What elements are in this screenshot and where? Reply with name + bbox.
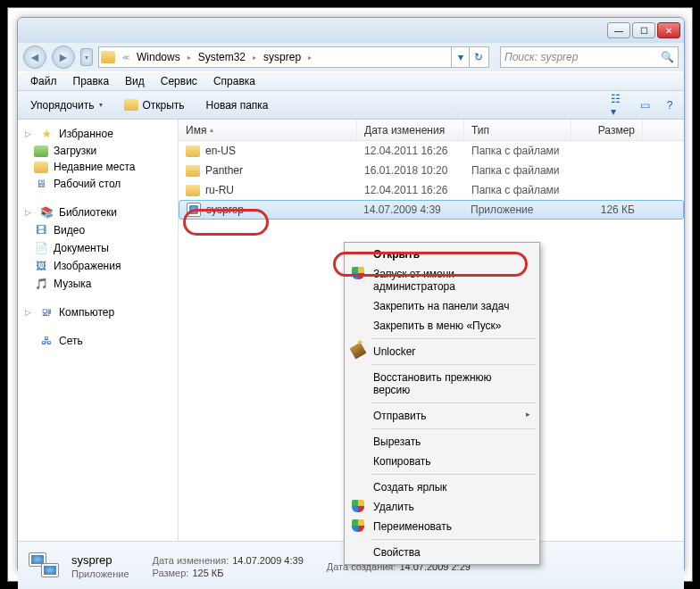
sidebar-video[interactable]: 🎞Видео xyxy=(18,221,178,239)
shield-icon xyxy=(352,267,364,279)
downloads-icon xyxy=(34,145,48,157)
toolbar: Упорядочить Открыть Новая папка ☷ ▾ ▭ ? xyxy=(18,91,684,120)
open-icon xyxy=(124,99,138,111)
sidebar-computer[interactable]: ▷🖳Компьютер xyxy=(18,303,178,321)
sidebar-music[interactable]: 🎵Музыка xyxy=(18,275,178,293)
crumb-sep[interactable]: ≪ xyxy=(119,54,133,62)
application-icon xyxy=(187,203,201,217)
outer-frame: — ☐ ✕ ◄ ► ▾ ≪ Windows ▸ System32 ▸ syspr… xyxy=(7,7,693,582)
organize-button[interactable]: Упорядочить xyxy=(23,96,110,114)
dropdown-icon[interactable]: ▾ xyxy=(451,47,469,67)
help-button[interactable]: ? xyxy=(661,96,679,114)
documents-icon: 📄 xyxy=(34,241,48,255)
crumb-sep[interactable]: ▸ xyxy=(304,54,315,62)
menu-edit[interactable]: Правка xyxy=(66,73,117,89)
ctx-shortcut[interactable]: Создать ярлык xyxy=(346,477,538,497)
ctx-copy[interactable]: Копировать xyxy=(346,452,538,471)
desktop-icon: 🖥 xyxy=(34,177,48,191)
refresh-button[interactable]: ↻ xyxy=(469,47,487,67)
details-type: Приложение xyxy=(71,568,129,579)
menu-help[interactable]: Справка xyxy=(206,73,262,89)
context-menu: Открыть Запуск от имени администратора З… xyxy=(344,242,540,565)
col-name[interactable]: Имя▴ xyxy=(179,120,357,140)
maximize-button[interactable]: ☐ xyxy=(632,22,655,38)
pictures-icon: 🖼 xyxy=(34,259,48,273)
back-button[interactable]: ◄ xyxy=(23,46,46,69)
file-row-folder[interactable]: en-US 12.04.2011 16:26 Папка с файлами xyxy=(179,141,684,161)
ctx-rename[interactable]: Переименовать xyxy=(346,517,538,536)
details-icon xyxy=(27,549,62,585)
menu-view[interactable]: Вид xyxy=(118,73,152,89)
star-icon: ★ xyxy=(39,127,54,141)
ctx-properties[interactable]: Свойства xyxy=(346,543,538,562)
titlebar: — ☐ ✕ xyxy=(18,18,684,43)
crumb-sep[interactable]: ▸ xyxy=(184,54,195,62)
crumb-sep[interactable]: ▸ xyxy=(249,54,260,62)
crumb-sysprep[interactable]: sysprep xyxy=(260,51,304,63)
folder-icon xyxy=(186,145,200,157)
ctx-delete[interactable]: Удалить xyxy=(346,497,538,517)
menu-bar: Файл Правка Вид Сервис Справка xyxy=(18,71,684,91)
network-icon: 🖧 xyxy=(39,334,54,348)
new-folder-button[interactable]: Новая папка xyxy=(199,96,276,114)
address-bar[interactable]: ≪ Windows ▸ System32 ▸ sysprep ▸ ▾ ↻ xyxy=(98,46,489,68)
ctx-restore[interactable]: Восстановить прежнюю версию xyxy=(346,368,538,400)
sidebar-pictures[interactable]: 🖼Изображения xyxy=(18,257,178,275)
wand-icon xyxy=(349,342,366,359)
shield-icon xyxy=(352,500,364,512)
col-type[interactable]: Тип xyxy=(464,120,571,140)
col-size[interactable]: Размер xyxy=(571,120,643,140)
video-icon: 🎞 xyxy=(34,223,48,237)
folder-icon xyxy=(101,51,115,63)
sidebar-documents[interactable]: 📄Документы xyxy=(18,239,178,257)
sidebar-libraries[interactable]: ▷📚Библиотеки xyxy=(18,203,178,221)
column-headers: Имя▴ Дата изменения Тип Размер xyxy=(179,120,684,141)
history-dropdown[interactable]: ▾ xyxy=(80,48,93,66)
ctx-pin-start[interactable]: Закрепить в меню «Пуск» xyxy=(346,316,538,336)
computer-icon: 🖳 xyxy=(39,305,54,319)
folder-icon xyxy=(186,165,200,177)
ctx-pin-taskbar[interactable]: Закрепить на панели задач xyxy=(346,296,538,316)
details-name: sysprep xyxy=(71,553,129,567)
sidebar: ▷★Избранное Загрузки Недавние места 🖥Раб… xyxy=(18,120,179,541)
col-date[interactable]: Дата изменения xyxy=(357,120,464,140)
music-icon: 🎵 xyxy=(34,277,48,291)
ctx-unlocker[interactable]: Unlocker xyxy=(346,342,538,361)
nav-bar: ◄ ► ▾ ≪ Windows ▸ System32 ▸ sysprep ▸ ▾… xyxy=(18,43,684,71)
crumb-system32[interactable]: System32 xyxy=(195,51,249,63)
ctx-open[interactable]: Открыть xyxy=(346,245,538,264)
minimize-button[interactable]: — xyxy=(607,22,630,38)
search-placeholder: Поиск: sysprep xyxy=(504,51,578,63)
sidebar-desktop[interactable]: 🖥Рабочий стол xyxy=(18,175,178,193)
menu-file[interactable]: Файл xyxy=(23,73,64,89)
forward-button[interactable]: ► xyxy=(52,46,75,69)
preview-pane-button[interactable]: ▭ xyxy=(636,96,654,114)
view-mode-button[interactable]: ☷ ▾ xyxy=(611,96,629,114)
search-box[interactable]: Поиск: sysprep 🔍 xyxy=(500,46,679,68)
sidebar-recent[interactable]: Недавние места xyxy=(18,159,178,175)
sidebar-network[interactable]: 🖧Сеть xyxy=(18,332,178,350)
close-button[interactable]: ✕ xyxy=(657,22,680,38)
ctx-cut[interactable]: Вырезать xyxy=(346,432,538,452)
explorer-window: — ☐ ✕ ◄ ► ▾ ≪ Windows ▸ System32 ▸ syspr… xyxy=(17,17,685,574)
ctx-send-to[interactable]: Отправить xyxy=(346,406,538,426)
libraries-icon: 📚 xyxy=(39,205,54,220)
sidebar-downloads[interactable]: Загрузки xyxy=(18,143,178,159)
shield-icon xyxy=(352,519,364,532)
search-icon: 🔍 xyxy=(661,51,674,63)
menu-tools[interactable]: Сервис xyxy=(154,73,204,89)
ctx-run-as-admin[interactable]: Запуск от имени администратора xyxy=(346,264,538,296)
folder-icon xyxy=(186,185,200,196)
recent-icon xyxy=(34,162,48,173)
file-row-sysprep[interactable]: sysprep 14.07.2009 4:39 Приложение 126 К… xyxy=(179,200,684,220)
sidebar-favorites[interactable]: ▷★Избранное xyxy=(18,125,178,143)
file-row-folder[interactable]: ru-RU 12.04.2011 16:26 Папка с файлами xyxy=(179,180,684,200)
crumb-windows[interactable]: Windows xyxy=(133,51,184,63)
open-button[interactable]: Открыть xyxy=(117,96,191,114)
file-row-folder[interactable]: Panther 16.01.2018 10:20 Папка с файлами xyxy=(179,161,684,180)
